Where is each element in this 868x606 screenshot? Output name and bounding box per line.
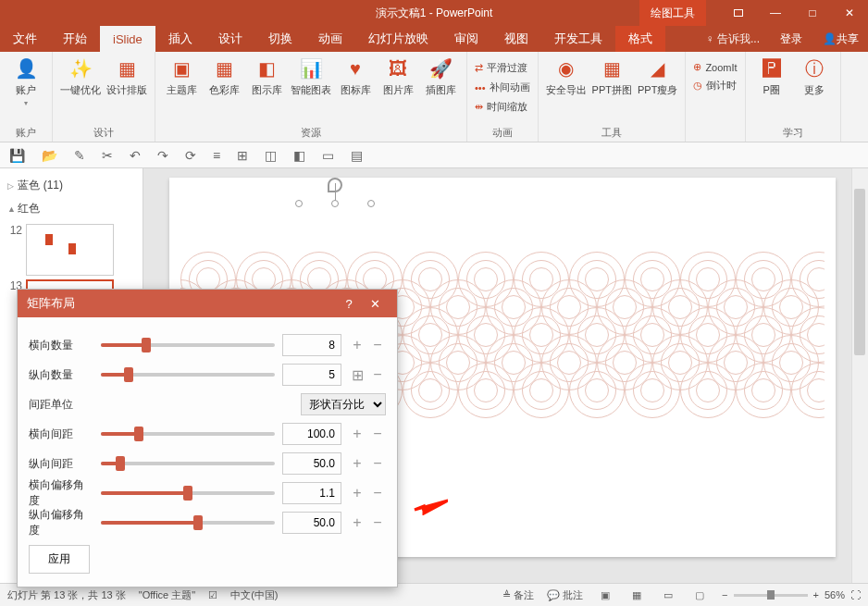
illust-lib-button[interactable]: 🚀插图库 — [422, 56, 459, 97]
resize-handle[interactable] — [367, 200, 375, 207]
resize-handle[interactable] — [295, 200, 303, 207]
tab-file[interactable]: 文件 — [0, 26, 50, 52]
countdown-button[interactable]: ◷ 倒计时 — [693, 77, 737, 94]
h-spacing-value[interactable]: 100.0 — [282, 423, 341, 445]
smooth-transition-button[interactable]: ⇄ 平滑过渡 — [475, 59, 530, 77]
account-button[interactable]: 👤 账户 ▾ — [7, 56, 44, 107]
image-lib-button[interactable]: 🖼图片库 — [379, 56, 416, 97]
v-spacing-value[interactable]: 50.0 — [282, 452, 341, 475]
bring-forward-icon[interactable]: ▭ — [322, 148, 334, 163]
ungroup-icon[interactable]: ◧ — [293, 148, 305, 163]
tab-home[interactable]: 开始 — [50, 26, 100, 52]
tell-me-search[interactable]: ♀ 告诉我... — [697, 26, 769, 52]
layers-icon[interactable]: ▤ — [351, 148, 363, 163]
zoom-control[interactable]: − + 56% ⛶ — [722, 589, 861, 600]
zoomit-button[interactable]: ⊕ ZoomIt — [693, 59, 737, 75]
cut-icon[interactable]: ✂ — [102, 148, 113, 163]
zoom-slider[interactable] — [734, 594, 808, 597]
sorter-view-icon[interactable]: ▦ — [627, 587, 646, 602]
increment-button[interactable]: + — [349, 452, 366, 475]
v-count-value[interactable]: 5 — [282, 364, 341, 386]
zoom-level[interactable]: 56% — [825, 589, 845, 600]
smart-chart-button[interactable]: 📊智能图表 — [291, 56, 331, 97]
more-button[interactable]: ⓘ更多 — [796, 56, 833, 97]
optimize-button[interactable]: ✨ 一键优化 — [60, 56, 101, 97]
open-icon[interactable]: 📂 — [42, 148, 57, 163]
fit-to-window-icon[interactable]: ⛶ — [850, 589, 861, 600]
increment-button[interactable]: + — [349, 512, 366, 534]
theme-lib-button[interactable]: ▣主题库 — [163, 56, 200, 97]
decrement-button[interactable]: − — [369, 334, 386, 356]
diagram-lib-button[interactable]: ◧图示库 — [248, 56, 285, 97]
drawing-tools-tab[interactable]: 绘图工具 — [639, 0, 706, 26]
tab-design[interactable]: 设计 — [205, 26, 255, 52]
h-count-value[interactable]: 8 — [282, 334, 341, 356]
ribbon-options-icon[interactable] — [720, 0, 757, 26]
tab-developer[interactable]: 开发工具 — [541, 26, 615, 52]
reading-view-icon[interactable]: ▭ — [659, 587, 677, 602]
tab-slideshow[interactable]: 幻灯片放映 — [355, 26, 441, 52]
increment-button[interactable]: ⊞ — [349, 364, 366, 386]
v-offset-angle-value[interactable]: 50.0 — [282, 512, 341, 534]
increment-button[interactable]: + — [349, 423, 366, 445]
rotate-icon[interactable]: ⟳ — [185, 148, 196, 163]
apply-button[interactable]: 应用 — [29, 545, 90, 574]
vertical-scrollbar[interactable] — [851, 168, 868, 583]
supplement-anim-button[interactable]: ••• 补间动画 — [475, 79, 530, 96]
h-offset-angle-value[interactable]: 1.1 — [282, 482, 341, 504]
tab-islide[interactable]: iSlide — [100, 26, 155, 52]
dialog-close-button[interactable]: ✕ — [362, 297, 388, 311]
decrement-button[interactable]: − — [369, 364, 386, 386]
zoom-out-icon[interactable]: − — [722, 589, 727, 600]
slide-thumbnail-12[interactable]: 12 — [6, 224, 137, 276]
align-icon[interactable]: ≡ — [213, 148, 220, 163]
decrement-button[interactable]: − — [369, 482, 386, 504]
tab-insert[interactable]: 插入 — [155, 26, 205, 52]
share-button[interactable]: 👤 共享 — [813, 26, 868, 52]
tab-review[interactable]: 审阅 — [441, 26, 491, 52]
decrement-button[interactable]: − — [369, 452, 386, 475]
icon-lib-button[interactable]: ♥图标库 — [337, 56, 374, 97]
section-blue[interactable]: ▷ 蓝色 (11) — [6, 174, 137, 197]
time-scale-button[interactable]: ⇹ 时间缩放 — [475, 98, 530, 116]
distribute-icon[interactable]: ⊞ — [237, 148, 248, 163]
design-layout-button[interactable]: ▦ 设计排版 — [106, 56, 147, 97]
shape-selection[interactable] — [299, 204, 371, 259]
decrement-button[interactable]: − — [369, 512, 386, 534]
v-offset-angle-slider[interactable] — [101, 521, 275, 525]
dialog-titlebar[interactable]: 矩阵布局 ? ✕ — [18, 290, 397, 317]
undo-icon[interactable]: ↶ — [130, 148, 141, 163]
slideshow-view-icon[interactable]: ▢ — [690, 587, 709, 602]
save-icon[interactable]: 💾 — [9, 148, 25, 163]
ppt-puzzle-button[interactable]: ▦PPT拼图 — [592, 56, 632, 97]
zoom-in-icon[interactable]: + — [813, 589, 819, 600]
decrement-button[interactable]: − — [369, 423, 386, 445]
v-count-slider[interactable] — [101, 373, 275, 377]
h-offset-angle-slider[interactable] — [101, 491, 275, 495]
eyedropper-icon[interactable]: ✎ — [74, 148, 85, 163]
tab-animations[interactable]: 动画 — [305, 26, 355, 52]
h-count-slider[interactable] — [101, 343, 275, 347]
h-spacing-slider[interactable] — [101, 432, 275, 436]
tab-transitions[interactable]: 切换 — [255, 26, 305, 52]
tab-format[interactable]: 格式 — [615, 26, 665, 52]
spellcheck-icon[interactable]: ☑ — [208, 589, 217, 601]
color-lib-button[interactable]: ▦色彩库 — [205, 56, 242, 97]
normal-view-icon[interactable]: ▣ — [596, 587, 614, 602]
minimize-icon[interactable]: — — [757, 0, 794, 26]
resize-handle[interactable] — [331, 200, 339, 207]
scrollbar-thumb[interactable] — [854, 189, 865, 354]
pquan-button[interactable]: 🅿P圈 — [753, 56, 790, 97]
v-spacing-slider[interactable] — [101, 462, 275, 465]
close-icon[interactable]: ✕ — [831, 0, 868, 26]
increment-button[interactable]: + — [349, 482, 366, 504]
group-icon[interactable]: ◫ — [265, 148, 277, 163]
tab-view[interactable]: 视图 — [491, 26, 541, 52]
thumbnail-12[interactable] — [26, 224, 114, 276]
comments-button[interactable]: 💬 批注 — [547, 588, 583, 602]
help-button[interactable]: ? — [336, 297, 362, 311]
language-label[interactable]: 中文(中国) — [230, 588, 278, 602]
spacing-unit-select[interactable]: 形状百分比 — [301, 393, 386, 415]
ppt-slim-button[interactable]: ◢PPT瘦身 — [638, 56, 677, 97]
safe-export-button[interactable]: ◉安全导出 — [546, 56, 587, 97]
